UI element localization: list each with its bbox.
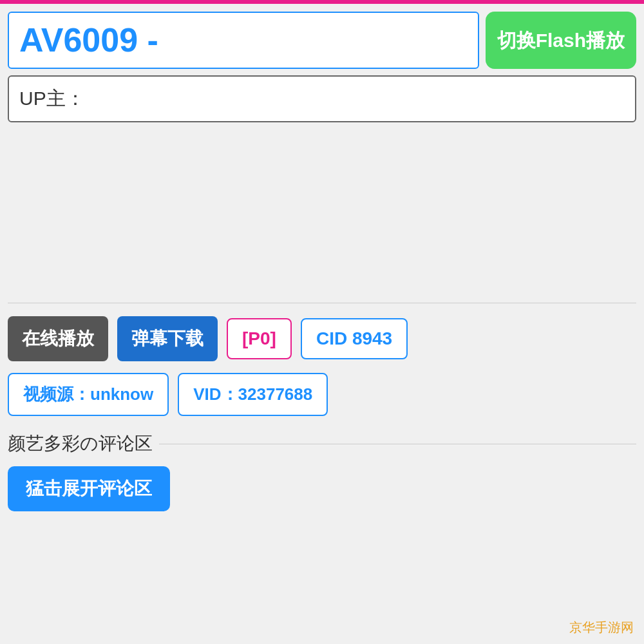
divider — [8, 303, 636, 303]
video-source-button[interactable]: 视频源：unknow — [8, 373, 169, 416]
comments-section: 颜艺多彩の评论区 猛击展开评论区 — [0, 431, 644, 511]
button-row-1: 在线播放 弹幕下载 [P0] CID 8943 — [8, 316, 636, 361]
title-row: AV6009 - 切换 Flash 播放 — [8, 12, 636, 69]
uploader-label: UP主： — [19, 88, 85, 109]
comments-title: 颜艺多彩の评论区 — [8, 431, 153, 456]
watermark: 京华手游网 — [569, 619, 634, 636]
video-content-area — [8, 122, 636, 303]
danmu-download-button[interactable]: 弹幕下载 — [117, 316, 218, 361]
switch-flash-button[interactable]: 切换 Flash 播放 — [486, 12, 636, 69]
cid-button[interactable]: CID 8943 — [301, 318, 408, 359]
p0-button[interactable]: [P0] — [227, 318, 292, 359]
comments-divider — [159, 444, 636, 444]
button-row-2: 视频源：unknow VID：32377688 — [8, 373, 636, 416]
online-play-button[interactable]: 在线播放 — [8, 316, 108, 361]
vid-button[interactable]: VID：32377688 — [178, 373, 328, 416]
expand-comments-button[interactable]: 猛击展开评论区 — [8, 466, 170, 511]
video-title: AV6009 - — [8, 12, 479, 69]
comments-header: 颜艺多彩の评论区 — [8, 431, 636, 456]
uploader-box: UP主： — [8, 75, 636, 122]
